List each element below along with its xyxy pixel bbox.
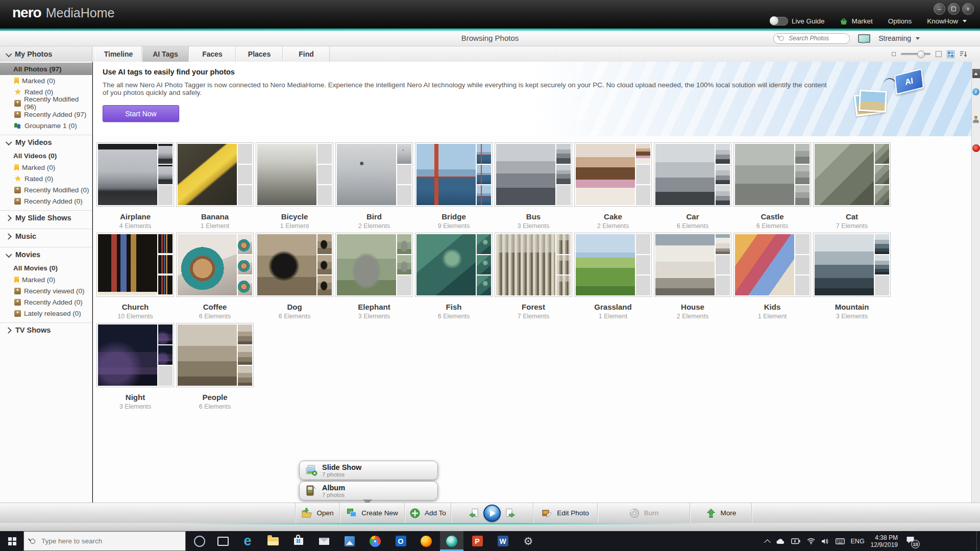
category-people[interactable]: People6 Elements xyxy=(176,323,254,413)
taskbar-clock[interactable]: 4:38 PM 12/9/2019 xyxy=(871,534,898,548)
tab-places[interactable]: Places xyxy=(236,46,283,62)
sidebar-item-groupname-1-0[interactable]: Groupname 1 (0) xyxy=(0,120,92,131)
sidebar-item-all-photos-97[interactable]: All Photos (97) xyxy=(0,63,92,75)
taskbar-app-outlook[interactable]: O xyxy=(389,531,412,551)
category-fish[interactable]: Fish6 Elements xyxy=(415,233,493,323)
sidebar-section-my-videos[interactable]: My Videos xyxy=(0,135,92,149)
options-button[interactable]: Options xyxy=(888,17,912,25)
taskbar-app-photos[interactable] xyxy=(338,531,361,551)
burn-button[interactable]: Burn xyxy=(598,503,690,523)
popup-item-album[interactable]: Album 7 photos xyxy=(299,481,438,500)
category-forest[interactable]: Forest7 Elements xyxy=(495,233,572,323)
scroll-up-button[interactable] xyxy=(972,69,980,78)
category-coffee[interactable]: Coffee6 Elements xyxy=(176,233,254,323)
category-bird[interactable]: Bird2 Elements xyxy=(335,142,413,233)
category-kids[interactable]: Kids1 Element xyxy=(733,233,811,323)
category-grassland[interactable]: Grassland1 Element xyxy=(574,233,652,323)
slider-handle[interactable] xyxy=(917,51,925,58)
category-cake[interactable]: Cake2 Elements xyxy=(574,142,652,233)
taskbar-search-box[interactable] xyxy=(23,531,186,551)
sidebar-item-recently-added-97[interactable]: *Recently Added (97) xyxy=(0,109,92,120)
category-elephant[interactable]: Elephant3 Elements xyxy=(335,233,413,323)
create-new-button[interactable]: Create New xyxy=(340,503,405,523)
sidebar-item-lately-released-0[interactable]: *Lately released (0) xyxy=(0,308,92,319)
sidebar-item-recently-modified-96[interactable]: *Recently Modified (96) xyxy=(0,97,92,109)
sidebar-item-marked-0[interactable]: Marked (0) xyxy=(0,162,92,173)
restore-button[interactable] xyxy=(948,3,960,15)
tray-expand-icon[interactable] xyxy=(764,539,771,546)
category-castle[interactable]: Castle6 Elements xyxy=(733,142,811,233)
more-button[interactable]: More xyxy=(690,503,752,523)
category-airplane[interactable]: Airplane4 Elements xyxy=(96,142,174,233)
sidebar-item-rated-0[interactable]: Rated (0) xyxy=(0,173,92,184)
taskbar-app-file-explorer[interactable] xyxy=(261,531,285,551)
play-button[interactable] xyxy=(483,505,501,522)
contacts-icon[interactable] xyxy=(972,116,979,123)
taskbar-app-chrome[interactable] xyxy=(363,531,387,551)
category-cat[interactable]: Cat7 Elements xyxy=(813,142,891,233)
add-to-button[interactable]: Add To xyxy=(405,503,451,523)
category-house[interactable]: House2 Elements xyxy=(654,233,731,323)
tab-timeline[interactable]: Timeline xyxy=(95,46,142,62)
sidebar-section-music[interactable]: Music xyxy=(0,229,92,243)
info-icon[interactable]: i xyxy=(972,88,979,95)
minimize-button[interactable]: – xyxy=(934,3,945,15)
sidebar-section-my-photos[interactable]: My Photos xyxy=(0,46,92,62)
tab-ai-tags[interactable]: AI Tags xyxy=(142,46,189,62)
previous-icon[interactable] xyxy=(468,508,479,519)
action-center-button[interactable]: 18 xyxy=(906,536,915,546)
taskbar-app-firefox[interactable] xyxy=(414,531,438,551)
volume-icon[interactable] xyxy=(821,538,829,544)
sidebar-section-my-slide-shows[interactable]: My Slide Shows xyxy=(0,210,92,225)
sidebar-item-all-movies-0[interactable]: All Movies (0) xyxy=(0,262,92,274)
sidebar-item-recently-added-0[interactable]: *Recently Added (0) xyxy=(0,195,92,207)
sidebar-section-tv-shows[interactable]: TV Shows xyxy=(0,322,92,337)
sidebar-section-movies[interactable]: Movies xyxy=(0,247,92,262)
market-button[interactable]: Market xyxy=(840,17,872,25)
close-button[interactable]: × xyxy=(962,3,974,15)
taskbar-app-powerpoint[interactable]: P xyxy=(465,531,489,551)
category-car[interactable]: Car6 Elements xyxy=(654,142,731,233)
category-night[interactable]: Night3 Elements xyxy=(96,323,174,413)
tab-faces[interactable]: Faces xyxy=(189,46,236,62)
onedrive-cloud-icon[interactable] xyxy=(776,538,785,544)
record-icon[interactable] xyxy=(972,144,980,152)
search-box[interactable] xyxy=(773,33,850,44)
category-mountain[interactable]: Mountain3 Elements xyxy=(813,233,891,323)
sidebar-item-marked-0[interactable]: Marked (0) xyxy=(0,75,92,86)
sidebar-item-recently-viewed-0[interactable]: *Recently viewed (0) xyxy=(0,285,92,296)
sidebar-item-recently-added-0[interactable]: *Recently Added (0) xyxy=(0,296,92,308)
taskbar-app-mail[interactable] xyxy=(312,531,336,551)
streaming-menu[interactable]: Streaming xyxy=(878,34,920,42)
taskbar-app-settings[interactable]: ⚙ xyxy=(517,531,540,551)
category-bicycle[interactable]: Bicycle1 Element xyxy=(256,142,333,233)
wifi-icon[interactable] xyxy=(807,538,815,544)
sort-icon[interactable] xyxy=(960,51,968,58)
sidebar-item-all-videos-0[interactable]: All Videos (0) xyxy=(0,149,92,162)
start-now-button[interactable]: Start Now xyxy=(103,105,179,122)
category-banana[interactable]: Banana1 Element xyxy=(176,142,254,233)
taskbar-app-nero-mediahome[interactable] xyxy=(440,531,463,551)
category-bridge[interactable]: Bridge9 Elements xyxy=(415,142,493,233)
edit-photo-button[interactable]: Edit Photo xyxy=(533,503,598,523)
taskbar-app-word[interactable]: W xyxy=(491,531,514,551)
next-icon[interactable] xyxy=(505,508,516,519)
touch-keyboard-icon[interactable] xyxy=(836,538,845,544)
open-button[interactable]: Open xyxy=(296,503,340,523)
live-guide-toggle[interactable]: Live Guide xyxy=(770,17,825,26)
category-bus[interactable]: Bus3 Elements xyxy=(495,142,572,233)
photo-wall-icon[interactable] xyxy=(947,51,954,58)
monitor-icon[interactable] xyxy=(858,34,870,43)
language-indicator[interactable]: ENG xyxy=(851,538,865,545)
sidebar-item-recently-modified-0[interactable]: *Recently Modified (0) xyxy=(0,184,92,195)
start-button[interactable] xyxy=(0,531,23,551)
sidebar-item-marked-0[interactable]: Marked (0) xyxy=(0,274,92,285)
taskbar-search-input[interactable] xyxy=(40,537,165,545)
category-church[interactable]: Church10 Elements xyxy=(96,233,174,323)
category-dog[interactable]: Dog6 Elements xyxy=(256,233,333,323)
search-input[interactable] xyxy=(788,34,844,42)
taskbar-app-edge[interactable]: e xyxy=(236,531,259,551)
battery-icon[interactable] xyxy=(791,538,801,544)
tab-find[interactable]: Find xyxy=(283,46,330,62)
taskbar-app-store[interactable] xyxy=(287,531,310,551)
